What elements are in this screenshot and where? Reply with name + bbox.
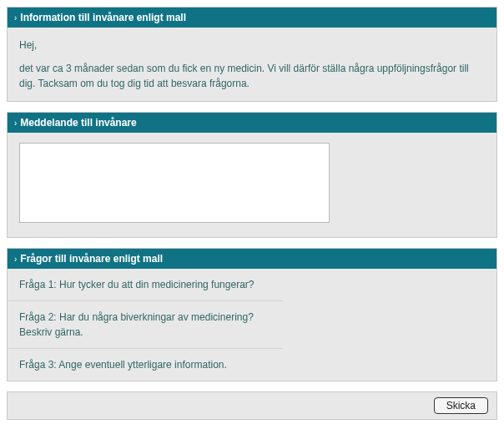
question-text: Fråga 2: Har du några biverkningar av me…: [19, 311, 254, 338]
chevron-right-icon: ›: [14, 13, 17, 23]
question-row: Fråga 3: Ange eventuell ytterligare info…: [8, 349, 283, 381]
info-panel-title: Information till invånare enligt mall: [20, 12, 186, 23]
info-greeting: Hej,: [19, 38, 485, 53]
chevron-right-icon: ›: [14, 119, 17, 128]
questions-panel-header[interactable]: ›Frågor till invånare enligt mall: [8, 249, 496, 269]
question-text: Fråga 1: Hur tycker du att din mediciner…: [19, 279, 254, 290]
info-panel-header[interactable]: ›Information till invånare enligt mall: [8, 8, 496, 28]
message-panel-header[interactable]: ›Meddelande till invånare: [8, 113, 496, 133]
submit-button[interactable]: Skicka: [434, 397, 488, 414]
question-text: Fråga 3: Ange eventuell ytterligare info…: [19, 359, 227, 371]
message-panel-body: [8, 133, 496, 237]
message-textarea[interactable]: [19, 143, 330, 223]
questions-panel: ›Frågor till invånare enligt mall Fråga …: [7, 248, 497, 381]
info-panel: ›Information till invånare enligt mall H…: [7, 7, 497, 102]
questions-panel-body: Fråga 1: Hur tycker du att din mediciner…: [8, 269, 496, 381]
message-panel: ›Meddelande till invånare: [7, 112, 497, 238]
footer-panel: Skicka: [7, 391, 497, 420]
info-panel-body: Hej, det var ca 3 månader sedan som du f…: [8, 28, 496, 101]
message-panel-title: Meddelande till invånare: [20, 117, 136, 129]
questions-panel-title: Frågor till invånare enligt mall: [20, 253, 163, 265]
chevron-right-icon: ›: [14, 255, 17, 264]
info-body-text: det var ca 3 månader sedan som du fick e…: [19, 61, 485, 91]
question-row: Fråga 2: Har du några biverkningar av me…: [8, 301, 283, 349]
question-row: Fråga 1: Hur tycker du att din mediciner…: [8, 269, 283, 301]
